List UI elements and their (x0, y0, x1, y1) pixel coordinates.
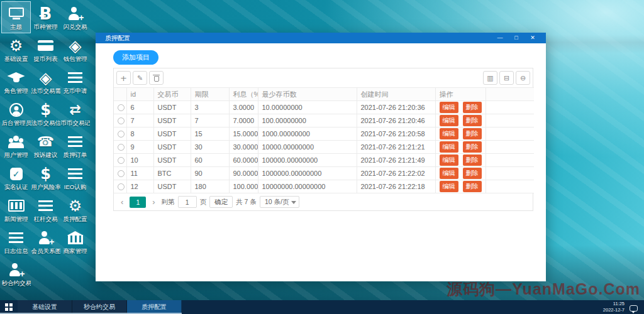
cell-created-at: 2021-07-26 21:20:58 (357, 127, 435, 141)
trash-button[interactable] (149, 71, 164, 85)
jump-page-input[interactable] (178, 196, 197, 208)
pencil-button[interactable]: ✎ (133, 71, 147, 85)
desktop-icon[interactable]: 日志信息 (1, 225, 31, 257)
desktop-icon-label: 实名认证 (4, 183, 28, 192)
taskbar-item[interactable]: 基础设置 (18, 300, 72, 314)
desktop-icon-label: 用户风险率 (31, 183, 60, 192)
edit-button[interactable]: 编辑 (440, 128, 458, 139)
desktop-icon[interactable]: $ 用户风险率 (31, 161, 60, 193)
notification-button[interactable] (630, 303, 639, 311)
desktop-icon[interactable]: + 闪兑交易 (60, 1, 90, 33)
card-view-button[interactable]: ▥ (483, 71, 497, 85)
row-radio-button[interactable] (118, 144, 125, 151)
delete-button[interactable]: 删除 (463, 128, 482, 139)
cell-coin: USDT (153, 180, 191, 193)
column-header: 最少存币数 (258, 88, 357, 101)
bitcoin-icon: Ƀ (40, 5, 52, 22)
desktop-icon[interactable]: Ƀ 币种管理 (31, 1, 60, 33)
desktop-icon[interactable]: ☎ 投诉建议 (31, 129, 60, 161)
add-item-button[interactable]: 添加项目 (113, 50, 158, 65)
desktop-icon[interactable]: $ 法币交易信 (31, 97, 60, 129)
cell-coin: USDT (153, 101, 191, 114)
prev-page-button[interactable]: ‹ (118, 197, 126, 208)
desktop-icon[interactable]: 质押订单 (60, 129, 90, 161)
delete-button[interactable]: 删除 (463, 181, 482, 192)
next-page-button[interactable]: › (149, 197, 158, 208)
delete-button[interactable]: 删除 (463, 102, 482, 113)
cell-filler (486, 141, 534, 154)
plus-button[interactable]: + (116, 71, 131, 85)
edit-button[interactable]: 编辑 (440, 141, 458, 153)
desktop-icon[interactable]: 角色管理 (1, 65, 31, 97)
desktop-icon-label: 用户管理 (4, 151, 28, 160)
edit-button[interactable]: 编辑 (440, 115, 458, 126)
cell-interest: 3.0000 (229, 101, 258, 114)
desktop-icon[interactable]: + 会员关系图 (31, 225, 60, 257)
desktop-icon[interactable]: ◈ 钱包管理 (60, 33, 90, 65)
cell-filler (486, 101, 534, 114)
cell-term: 3 (191, 101, 229, 114)
row-radio-button[interactable] (118, 183, 125, 190)
swap-arrows-icon: ⇄ (69, 101, 80, 118)
taskbar-clock[interactable]: 11:25 2022-12-7 (603, 301, 625, 313)
row-radio-button[interactable] (118, 170, 125, 177)
column-header: 交易币 (153, 88, 191, 101)
cell-id: 8 (126, 127, 153, 141)
delete-button[interactable]: 删除 (463, 168, 482, 179)
delete-button[interactable]: 删除 (463, 115, 482, 126)
close-button[interactable]: ✕ (525, 33, 541, 43)
desktop-icon[interactable]: ⇄ 币币交易记 (60, 97, 90, 129)
column-header: 利息（%） (229, 88, 258, 101)
delete-button[interactable]: 删除 (463, 141, 482, 153)
delete-button[interactable]: 删除 (463, 154, 482, 166)
cell-term: 180 (191, 180, 229, 193)
print-button[interactable]: ⊟ (499, 71, 514, 85)
taskbar-item[interactable]: 秒合约交易 (72, 300, 127, 314)
user-plus-icon: + (68, 5, 83, 22)
edit-button[interactable]: 编辑 (440, 154, 458, 166)
desktop-icon[interactable]: IEO认购 (60, 161, 90, 193)
desktop-icon[interactable]: 杠杆交易 (31, 193, 60, 225)
desktop: 主题 Ƀ 币种管理 + 闪兑交易 ⚙ 基础设置 提币列表 ◈ 钱包管理 角色管理… (0, 0, 644, 314)
cell-id: 11 (126, 167, 153, 180)
edit-button[interactable]: 编辑 (440, 181, 458, 192)
system-tray: 11:25 2022-12-7 (603, 300, 644, 314)
chat-bubble-icon (630, 305, 638, 311)
list-icon (68, 69, 82, 86)
cell-term: 7 (191, 114, 229, 127)
start-button[interactable] (0, 300, 18, 314)
edit-button[interactable]: 编辑 (440, 102, 458, 113)
row-radio-button[interactable] (118, 104, 125, 111)
taskbar-item[interactable]: 质押配置 (127, 300, 182, 314)
edit-button[interactable]: 编辑 (440, 168, 458, 179)
desktop-icon[interactable]: + 秒合约交易 (1, 257, 31, 290)
desktop-icon[interactable]: 后台管理员 (1, 97, 31, 129)
row-radio-button[interactable] (118, 157, 125, 164)
cell-id: 10 (126, 154, 153, 167)
per-page-select[interactable]: 10 条/页 (260, 196, 300, 208)
table-row: 12 USDT 180 100.0000 10000000.00000000 2… (114, 180, 534, 193)
desktop-icon[interactable]: 新闻管理 (1, 193, 31, 225)
desktop-icon[interactable]: ⚙ 基础设置 (1, 33, 31, 65)
desktop-icon[interactable]: 充币申请 (60, 65, 90, 97)
row-radio-button[interactable] (118, 117, 125, 124)
dollar-icon: $ (40, 101, 51, 118)
confirm-jump-button[interactable]: 确定 (209, 196, 233, 208)
desktop-icon[interactable]: 提币列表 (31, 33, 60, 65)
desktop-icon[interactable]: 主题 (1, 1, 31, 33)
column-header: 期限 (191, 88, 229, 101)
desktop-icon-label: 角色管理 (4, 87, 28, 95)
maximize-button[interactable]: □ (508, 33, 525, 43)
row-radio-button[interactable] (118, 131, 125, 138)
desktop-icon[interactable]: ⚙ 质押配置 (60, 193, 90, 225)
cell-min-deposit: 10.00000000 (258, 101, 357, 114)
window-titlebar[interactable]: 质押配置 — □ ✕ (96, 33, 546, 43)
collapse-button[interactable]: ⊖ (516, 71, 530, 85)
page-number-button[interactable]: 1 (130, 197, 146, 208)
cell-coin: USDT (153, 154, 191, 167)
minimize-button[interactable]: — (492, 33, 508, 43)
desktop-icon[interactable]: 商家管理 (60, 225, 90, 257)
desktop-icon[interactable]: 用户管理 (1, 129, 31, 161)
desktop-icon[interactable]: ◈ 法币交易需 (31, 65, 60, 97)
desktop-icon[interactable]: 实名认证 (1, 161, 31, 193)
